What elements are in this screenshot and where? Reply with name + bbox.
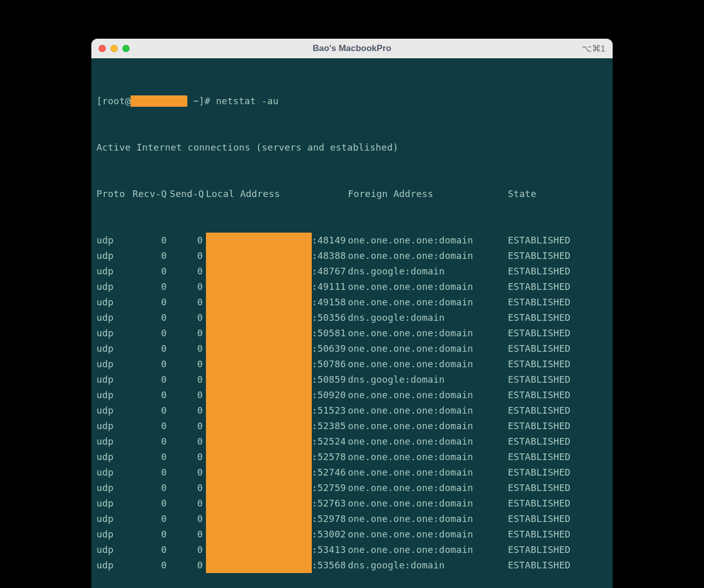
cell-local: :52763 xyxy=(206,496,348,511)
redacted-local-address xyxy=(206,480,312,496)
redacted-local-address xyxy=(206,403,312,418)
local-port: :52385 xyxy=(312,418,346,434)
local-port: :53568 xyxy=(312,558,346,573)
local-port: :52763 xyxy=(312,496,346,511)
cell-proto: udp xyxy=(97,248,130,264)
cell-state: ESTABLISHED xyxy=(508,480,607,496)
local-port: :49111 xyxy=(312,279,346,295)
redacted-local-address xyxy=(206,418,312,434)
cell-local: :50859 xyxy=(206,372,348,387)
cell-proto: udp xyxy=(97,233,130,248)
cell-state: ESTABLISHED xyxy=(508,542,607,558)
cell-recvq: 0 xyxy=(130,325,170,341)
table-row: udp00:51523one.one.one.one:domainESTABLI… xyxy=(97,403,607,418)
cell-recvq: 0 xyxy=(130,542,170,558)
cell-proto: udp xyxy=(97,264,130,279)
cell-foreign: one.one.one.one:domain xyxy=(348,387,508,403)
local-port: :52978 xyxy=(312,511,346,527)
local-port: :50920 xyxy=(312,387,346,403)
window-title: Bao's MacbookPro xyxy=(91,43,613,54)
table-row: udp00:48767dns.google:domainESTABLISHED xyxy=(97,264,607,279)
cell-local: :48149 xyxy=(206,233,348,248)
cell-foreign: one.one.one.one:domain xyxy=(348,341,508,356)
cell-local: :52978 xyxy=(206,511,348,527)
table-row: udp00:50859dns.google:domainESTABLISHED xyxy=(97,372,607,387)
table-row: udp00:50639one.one.one.one:domainESTABLI… xyxy=(97,341,607,356)
cell-recvq: 0 xyxy=(130,341,170,356)
cell-local: :50356 xyxy=(206,310,348,325)
redacted-local-address xyxy=(206,264,312,279)
cell-local: :50786 xyxy=(206,356,348,372)
table-row: udp00:53002one.one.one.one:domainESTABLI… xyxy=(97,527,607,542)
cell-sendq: 0 xyxy=(170,542,206,558)
table-row: udp00:50786one.one.one.one:domainESTABLI… xyxy=(97,356,607,372)
shortcut-hint: ⌥⌘1 xyxy=(582,43,605,54)
cell-recvq: 0 xyxy=(130,403,170,418)
prompt-line: [root@ ~]# netstat -au xyxy=(97,93,607,109)
redacted-local-address xyxy=(206,325,312,341)
cell-local: :52385 xyxy=(206,418,348,434)
cell-state: ESTABLISHED xyxy=(508,341,607,356)
prompt-suffix: ~]# xyxy=(187,93,216,109)
cell-proto: udp xyxy=(97,387,130,403)
terminal-body[interactable]: [root@ ~]# netstat -au Active Internet c… xyxy=(91,58,613,588)
cell-recvq: 0 xyxy=(130,558,170,573)
local-port: :48149 xyxy=(312,233,346,248)
cell-foreign: one.one.one.one:domain xyxy=(348,465,508,480)
cell-proto: udp xyxy=(97,496,130,511)
table-row: udp00:50581one.one.one.one:domainESTABLI… xyxy=(97,325,607,341)
cell-recvq: 0 xyxy=(130,372,170,387)
cell-recvq: 0 xyxy=(130,264,170,279)
cell-local: :53568 xyxy=(206,558,348,573)
cell-local: :51523 xyxy=(206,403,348,418)
cell-foreign: one.one.one.one:domain xyxy=(348,295,508,310)
cell-recvq: 0 xyxy=(130,511,170,527)
redacted-hostname xyxy=(131,95,187,107)
close-icon[interactable] xyxy=(99,45,106,52)
cell-sendq: 0 xyxy=(170,418,206,434)
cell-recvq: 0 xyxy=(130,387,170,403)
cell-foreign: one.one.one.one:domain xyxy=(348,325,508,341)
cell-sendq: 0 xyxy=(170,372,206,387)
cell-proto: udp xyxy=(97,511,130,527)
cell-recvq: 0 xyxy=(130,480,170,496)
local-port: :48388 xyxy=(312,248,346,264)
table-row: udp00:52524one.one.one.one:domainESTABLI… xyxy=(97,434,607,449)
minimize-icon[interactable] xyxy=(110,45,118,52)
cell-recvq: 0 xyxy=(130,449,170,465)
cell-sendq: 0 xyxy=(170,434,206,449)
local-port: :51523 xyxy=(312,403,346,418)
local-port: :50581 xyxy=(312,325,346,341)
cell-proto: udp xyxy=(97,542,130,558)
local-port: :52746 xyxy=(312,465,346,480)
cell-sendq: 0 xyxy=(170,511,206,527)
cell-foreign: one.one.one.one:domain xyxy=(348,279,508,295)
cell-state: ESTABLISHED xyxy=(508,387,607,403)
cell-recvq: 0 xyxy=(130,465,170,480)
zoom-icon[interactable] xyxy=(122,45,130,52)
cell-recvq: 0 xyxy=(130,248,170,264)
col-local: Local Address xyxy=(206,186,348,202)
cell-sendq: 0 xyxy=(170,527,206,542)
table-row: udp00:48388one.one.one.one:domainESTABLI… xyxy=(97,248,607,264)
cell-recvq: 0 xyxy=(130,434,170,449)
titlebar: Bao's MacbookPro ⌥⌘1 xyxy=(91,39,613,58)
traffic-lights xyxy=(99,45,130,52)
cell-sendq: 0 xyxy=(170,310,206,325)
cell-foreign: dns.google:domain xyxy=(348,264,508,279)
local-port: :50356 xyxy=(312,310,346,325)
redacted-local-address xyxy=(206,434,312,449)
table-row: udp00:48149one.one.one.one:domainESTABLI… xyxy=(97,233,607,248)
cell-foreign: one.one.one.one:domain xyxy=(348,511,508,527)
cell-state: ESTABLISHED xyxy=(508,465,607,480)
cell-foreign: one.one.one.one:domain xyxy=(348,496,508,511)
column-header-row: ProtoRecv-QSend-QLocal AddressForeign Ad… xyxy=(97,186,607,202)
cell-proto: udp xyxy=(97,372,130,387)
cell-foreign: one.one.one.one:domain xyxy=(348,418,508,434)
redacted-local-address xyxy=(206,496,312,511)
cell-state: ESTABLISHED xyxy=(508,233,607,248)
prompt-prefix: [root@ xyxy=(97,93,131,109)
cell-sendq: 0 xyxy=(170,403,206,418)
cell-foreign: one.one.one.one:domain xyxy=(348,480,508,496)
cell-local: :49158 xyxy=(206,295,348,310)
